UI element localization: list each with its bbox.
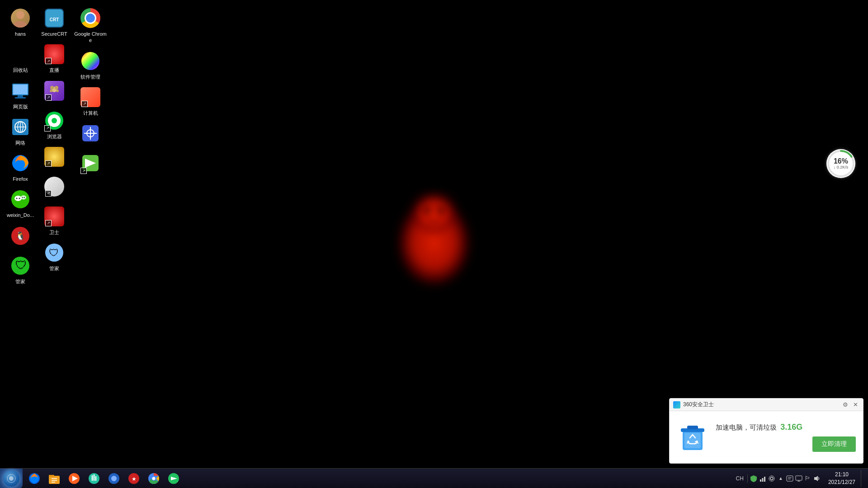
desktop-shortcut-icon-img: ↗ xyxy=(43,206,65,227)
svg-text:★: ★ xyxy=(132,476,137,482)
computer-icon-img xyxy=(9,80,31,102)
notification-titlebar: 360安全卫士 ⚙ ✕ xyxy=(670,399,863,411)
performance-widget[interactable]: 16% ↓ 0.2K/s xyxy=(826,149,855,178)
recycle-icon-img: 🗑 xyxy=(9,43,31,65)
svg-rect-74 xyxy=(764,477,765,482)
zhibo-label: 直播 xyxy=(49,67,59,73)
recycle-label: 回收站 xyxy=(13,67,28,73)
perf-circle[interactable]: 16% ↓ 0.2K/s xyxy=(826,149,855,178)
taskbar-chrome[interactable] xyxy=(145,470,163,487)
desktop-icon-zhibo[interactable]: ↗ 直播 xyxy=(36,41,72,76)
firefox-label: Firefox xyxy=(13,176,28,182)
svg-point-2 xyxy=(424,207,431,215)
tray-network-icon[interactable] xyxy=(759,474,767,483)
tray-expand-icon[interactable]: ▲ xyxy=(777,474,785,483)
svg-rect-77 xyxy=(787,476,793,481)
system-tray: ▲ 🏳 xyxy=(747,474,823,483)
tray-settings-icon[interactable] xyxy=(768,474,776,483)
show-desktop-button[interactable] xyxy=(861,470,864,487)
shortcut-arrow-8: ↗ xyxy=(80,168,87,174)
notification-body: 加速电脑，可清垃圾 3.16G 立即清理 xyxy=(670,411,863,463)
taskbar-firefox[interactable] xyxy=(25,470,43,487)
taskbar-media[interactable] xyxy=(65,470,83,487)
desktop-icon-vpn[interactable] xyxy=(72,120,108,149)
svg-point-17 xyxy=(14,196,22,201)
taskbar-apps: ★ xyxy=(23,469,731,488)
desktop-icon-browser[interactable]: ↗ 浏览器 xyxy=(36,107,72,142)
perf-percent: 16% xyxy=(834,158,849,165)
clock-date: 2021/12/27 xyxy=(828,479,855,486)
desktop-icon-recycle[interactable]: 🗑 回收站 xyxy=(2,41,38,76)
desktop-icon-desktop[interactable]: ↗ 卫士 xyxy=(36,203,72,238)
svg-text:🛡: 🛡 xyxy=(49,247,59,258)
desktop-shortcut-label: 卫士 xyxy=(49,229,59,235)
desktop-icon-guanjia[interactable]: 🛡 管家 xyxy=(36,239,72,274)
securecrt-label: SecureCRT xyxy=(41,31,67,37)
desktop-icon-app1[interactable]: ↗ xyxy=(36,77,72,106)
desktop-icon-hans[interactable]: hans xyxy=(2,5,38,40)
taskbar: ★ CH xyxy=(0,468,868,488)
webview-label: 计算机 xyxy=(83,110,98,116)
svg-point-18 xyxy=(21,196,26,200)
tray-shield-icon[interactable] xyxy=(750,474,758,483)
svg-point-41 xyxy=(81,52,99,70)
system-clock[interactable]: 21:10 2021/12/27 xyxy=(825,471,859,486)
desktop-icon-securecrt[interactable]: CRT SecureCRT xyxy=(36,5,72,40)
shortcut-arrow-7: ↗ xyxy=(81,101,88,107)
desktop-icon-app2[interactable]: ↗ xyxy=(36,143,72,172)
notification-settings-button[interactable]: ⚙ xyxy=(841,401,849,409)
network-icon-img xyxy=(9,116,31,138)
tray-flag-icon[interactable]: 🏳 xyxy=(804,474,812,483)
desktop-icon-qihu[interactable]: 🛡 管家 xyxy=(2,252,38,287)
network-label: 网络 xyxy=(15,140,25,146)
taskbar-explorer[interactable] xyxy=(45,470,63,487)
shortcut-arrow-4: ↗ xyxy=(45,160,52,167)
hans-icon-img xyxy=(9,7,31,29)
perf-text-area: 16% ↓ 0.2K/s xyxy=(834,158,849,170)
icon-col-1: CRT SecureCRT ↗ 直播 xyxy=(36,0,72,465)
software-mgr-icon-img xyxy=(80,50,101,72)
svg-point-64 xyxy=(111,476,117,481)
desktop-icons-container: hans 🗑 回收站 网页版 xyxy=(0,0,41,465)
desktop-icon-wechat[interactable]: weixin_Do... xyxy=(2,186,38,221)
language-indicator[interactable]: CH xyxy=(734,475,745,482)
svg-rect-55 xyxy=(49,476,60,484)
svg-point-69 xyxy=(152,477,156,480)
desktop-icon-computer[interactable]: 网页版 xyxy=(2,77,38,113)
taskbar-app3[interactable] xyxy=(165,470,183,487)
app3-icon-img: ↗ xyxy=(80,152,101,174)
app1-icon-img: ↗ xyxy=(43,80,65,102)
notification-action-button[interactable]: 立即清理 xyxy=(812,436,856,452)
svg-text:🗑: 🗑 xyxy=(11,47,28,64)
desktop-icon-chrome[interactable]: Google Chrome xyxy=(72,5,108,47)
start-button[interactable] xyxy=(0,469,23,488)
tray-volume-icon[interactable] xyxy=(813,474,821,483)
taskbar-music[interactable] xyxy=(85,470,103,487)
desktop-icon-software-mgr[interactable]: 软件管理 xyxy=(72,47,108,83)
desktop-icon-firefox[interactable]: Firefox xyxy=(2,150,38,185)
qihu-icon-img: 🛡 xyxy=(9,255,31,277)
desktop-icon-network[interactable]: 网络 xyxy=(2,113,38,149)
tray-display-icon[interactable] xyxy=(795,474,803,483)
svg-rect-72 xyxy=(760,479,761,482)
svg-point-22 xyxy=(24,197,25,198)
taskbar-app1[interactable] xyxy=(105,470,123,487)
tray-input-icon[interactable] xyxy=(786,474,794,483)
taskbar-app2[interactable]: ★ xyxy=(125,470,143,487)
computer-label: 网页版 xyxy=(13,103,28,110)
desktop-icon-app5[interactable]: 🐧 xyxy=(2,222,38,251)
zhibo-icon-img: ↗ xyxy=(43,43,65,65)
guanjia-label: 管家 xyxy=(49,265,59,272)
app4-icon-img: ↗ xyxy=(43,176,65,197)
desktop-icon-app4[interactable]: ↗ xyxy=(36,173,72,202)
browser-icon-img: ↗ xyxy=(43,110,65,131)
svg-point-75 xyxy=(770,477,773,480)
firefox-icon-img xyxy=(9,152,31,174)
browser-label: 浏览器 xyxy=(47,133,62,140)
desktop-icon-webview[interactable]: ↗ 计算机 xyxy=(72,84,108,119)
svg-rect-7 xyxy=(13,84,28,94)
desktop-icon-app3[interactable]: ↗ xyxy=(72,150,108,178)
svg-rect-56 xyxy=(49,475,54,477)
svg-point-33 xyxy=(50,89,52,92)
notification-close-button[interactable]: ✕ xyxy=(851,401,859,409)
